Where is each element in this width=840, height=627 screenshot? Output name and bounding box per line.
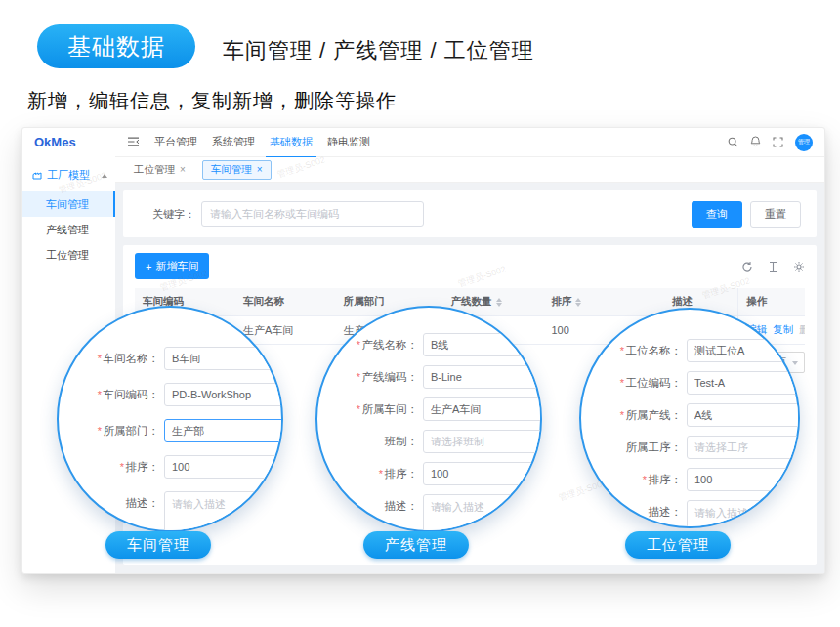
top-navbar: 平台管理 系统管理 基础数据 静电监测 管理	[115, 128, 824, 157]
sort-icon[interactable]	[496, 298, 502, 307]
delete-link[interactable]: 删除	[799, 323, 805, 337]
ribbon-station-mgmt: 工位管理	[625, 531, 731, 559]
col-actions: 操作	[737, 288, 805, 315]
column-settings-icon[interactable]	[793, 261, 805, 272]
sidebar-item-workshop[interactable]: 车间管理	[22, 191, 115, 217]
required-mark: *	[378, 468, 382, 480]
user-avatar[interactable]: 管理	[795, 134, 813, 151]
field-label: *所属部门：	[86, 419, 164, 442]
field-label: *排序：	[345, 462, 423, 485]
col-label: 排序	[551, 295, 571, 309]
field-label: *产线名称：	[345, 333, 423, 356]
fullscreen-icon[interactable]	[773, 134, 783, 151]
col-sort[interactable]: 排序	[543, 288, 663, 315]
required-mark: *	[619, 345, 623, 356]
add-workshop-button[interactable]: + 新增车间	[135, 253, 209, 279]
required-mark: *	[356, 339, 359, 351]
field-label: *所属车间：	[345, 397, 423, 421]
required-mark: *	[642, 474, 646, 485]
field-label: *工位名称：	[609, 339, 687, 362]
line-code-input[interactable]	[423, 365, 542, 389]
tab-bar: 工位管理 × 车间管理 ×	[115, 157, 824, 183]
field-label: *车间名称：	[86, 347, 164, 370]
copy-link[interactable]: 复制	[773, 323, 793, 337]
tab-label: 工位管理	[134, 163, 175, 177]
app-header: OkMes 平台管理 系统管理 基础数据 静电监测	[22, 128, 824, 157]
add-workshop-label: 新增车间	[155, 259, 198, 273]
required-mark: *	[356, 403, 359, 415]
line-select[interactable]	[687, 403, 800, 427]
magnifier-line-form: *产线名称： *产线编码： *所属车间： 班制： *排序： 描述：	[315, 306, 542, 532]
nav-item-system[interactable]: 系统管理	[212, 135, 255, 149]
ribbon-workshop-mgmt: 车间管理	[105, 531, 211, 559]
keyword-label: 关键字：	[152, 207, 195, 222]
sidebar-item-line[interactable]: 产线管理	[22, 217, 115, 242]
station-code-input[interactable]	[687, 371, 800, 395]
page: 基础数据 车间管理 / 产线管理 / 工位管理 新增，编辑信息，复制新增，删除等…	[0, 0, 840, 627]
close-icon[interactable]: ×	[257, 164, 263, 175]
bell-icon[interactable]	[750, 134, 761, 151]
tab-label: 车间管理	[211, 163, 252, 177]
reset-button[interactable]: 重置	[750, 201, 801, 228]
field-label: *车间编码：	[86, 383, 164, 406]
process-select[interactable]	[687, 436, 800, 459]
factory-icon	[32, 170, 42, 182]
page-title: 车间管理 / 产线管理 / 工位管理	[223, 36, 534, 65]
field-label: *排序：	[86, 455, 164, 479]
required-mark: *	[97, 425, 101, 437]
search-icon[interactable]	[728, 134, 738, 151]
chevron-up-icon	[102, 174, 107, 178]
required-mark: *	[119, 461, 123, 473]
table-toolbar: + 新增车间	[135, 253, 805, 279]
query-button[interactable]: 查询	[692, 201, 742, 228]
app-logo: OkMes	[22, 128, 115, 157]
sidebar-group-factory-model[interactable]: 工厂模型	[22, 157, 115, 191]
magnifier-workshop-form: *车间名称： *车间编码： *所属部门： *排序： 描述：	[57, 306, 283, 532]
nav-item-basic-data[interactable]: 基础数据	[270, 135, 313, 149]
close-icon[interactable]: ×	[180, 164, 186, 175]
field-label: 所属工序：	[609, 436, 687, 459]
tab-station-mgmt[interactable]: 工位管理 ×	[125, 160, 194, 180]
refresh-icon[interactable]	[741, 261, 753, 272]
department-select[interactable]	[164, 419, 283, 442]
required-mark: *	[97, 353, 101, 364]
collapse-menu-icon[interactable]	[127, 134, 140, 151]
sort-input[interactable]	[164, 455, 283, 479]
sort-icon[interactable]	[575, 298, 581, 307]
sidebar-item-station[interactable]: 工位管理	[22, 242, 115, 268]
col-workshop-name: 车间名称	[235, 288, 336, 315]
navbar-right: 管理	[728, 134, 813, 151]
field-label: 班制：	[345, 430, 423, 453]
col-label: 产线数量	[451, 295, 492, 309]
field-label: *工位编码：	[609, 371, 687, 395]
search-panel: 关键字： 查询 重置	[123, 190, 817, 237]
tab-workshop-mgmt[interactable]: 车间管理 ×	[202, 160, 272, 180]
required-mark: *	[619, 409, 623, 421]
workshop-code-input[interactable]	[164, 383, 283, 406]
table-tools	[741, 261, 805, 272]
ribbon-line-mgmt: 产线管理	[363, 531, 469, 559]
field-label: *产线编码：	[345, 365, 423, 389]
workshop-select[interactable]	[423, 397, 542, 421]
keyword-input[interactable]	[201, 201, 424, 227]
magnifier-station-form: *工位名称： *工位编码： *所属产线： 所属工序： *排序： 描述：	[579, 308, 800, 528]
field-label: *所属产线：	[609, 403, 687, 427]
sidebar-group-label: 工厂模型	[47, 168, 90, 183]
nav-item-platform[interactable]: 平台管理	[154, 135, 197, 149]
required-mark: *	[619, 377, 623, 389]
row-height-icon[interactable]	[768, 261, 778, 272]
nav-item-esd-monitor[interactable]: 静电监测	[327, 135, 370, 149]
page-subtitle: 新增，编辑信息，复制新增，删除等操作	[27, 88, 397, 114]
field-label: *排序：	[609, 468, 687, 491]
shift-select[interactable]	[423, 430, 542, 453]
required-mark: *	[356, 371, 359, 383]
required-mark: *	[97, 389, 101, 400]
plus-icon: +	[146, 261, 151, 272]
hero-badge: 基础数据	[37, 24, 195, 68]
